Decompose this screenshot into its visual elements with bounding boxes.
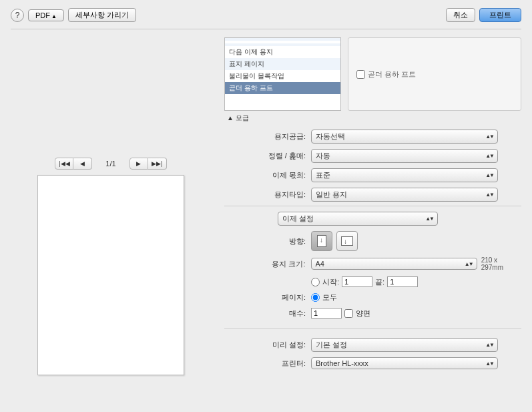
- pages-all-label: 모두: [322, 292, 337, 302]
- preset-label: 미리 설정:: [224, 340, 311, 350]
- page-indicator: 1/1: [105, 160, 115, 168]
- orientation-portrait[interactable]: [311, 231, 332, 251]
- duplex-checkbox[interactable]: [344, 309, 353, 318]
- hide-details-button[interactable]: 세부사항 가리기: [68, 8, 136, 22]
- prev-page-button[interactable]: ◀: [73, 158, 92, 170]
- category-select[interactable]: 이제 설정▲▼: [278, 212, 438, 226]
- pages-label: 페이지:: [224, 292, 311, 302]
- from-label: 시작:: [322, 277, 339, 287]
- pages-from-input[interactable]: [342, 276, 372, 287]
- list-item[interactable]: 불리물이 몰록작업: [225, 70, 340, 82]
- sort-select[interactable]: 자동▲▼: [311, 149, 498, 163]
- preview-nav: |◀◀ ◀ 1/1 ▶ ▶▶|: [11, 158, 211, 170]
- preview-page: [37, 175, 184, 375]
- first-page-button[interactable]: |◀◀: [55, 158, 73, 170]
- sort-label: 정렬 / 훑매:: [224, 151, 311, 161]
- orientation-landscape[interactable]: [336, 231, 358, 251]
- next-page-button[interactable]: ▶: [129, 158, 148, 170]
- media-source-label: 용지공급:: [224, 132, 311, 142]
- pages-range-radio[interactable]: [311, 278, 320, 286]
- list-item[interactable]: 곧더 용하 프트: [225, 82, 340, 94]
- option-label: 곧더 용하 프트: [368, 69, 416, 79]
- printer-select[interactable]: Brother HL-xxxx▲▼: [311, 357, 498, 369]
- paper-size-label: 용지 크기:: [224, 259, 311, 269]
- pages-to-input[interactable]: [387, 276, 418, 287]
- paper-size-select[interactable]: A4▲▼: [311, 258, 477, 270]
- settings-list[interactable]: 다음 이제 용지표지 페이지불리물이 몰록작업곧더 용하 프트: [224, 37, 341, 111]
- help-button[interactable]: ?: [11, 9, 24, 22]
- list-item[interactable]: 다음 이제 용지: [225, 46, 340, 58]
- orientation-label: 방향:: [224, 236, 311, 246]
- preset-select[interactable]: 기본 설정▲▼: [311, 338, 498, 352]
- quality-label: 이제 몫희:: [224, 170, 311, 180]
- cancel-button[interactable]: 취소: [446, 8, 475, 22]
- duplex-label: 양면: [356, 308, 370, 319]
- copies-input[interactable]: [311, 308, 342, 319]
- quality-select[interactable]: 표준▲▼: [311, 168, 498, 182]
- paper-type-label: 용지타입:: [224, 190, 311, 200]
- media-source-select[interactable]: 자동선택▲▼: [311, 130, 498, 144]
- divider: [224, 328, 521, 329]
- copies-label: 매수:: [224, 308, 311, 319]
- to-label: 끝:: [375, 277, 384, 287]
- paper-dimensions: 210 x 297mm: [481, 256, 521, 271]
- paper-type-select[interactable]: 일반 용지▲▼: [311, 188, 498, 202]
- list-item[interactable]: 표지 페이지: [225, 58, 340, 70]
- printer-label: 프린터:: [224, 359, 311, 369]
- last-page-button[interactable]: ▶▶|: [148, 158, 167, 170]
- divider: [11, 29, 521, 29]
- option-panel: 곧더 용하 프트: [348, 37, 521, 111]
- divider: [224, 206, 521, 206]
- section-toggle[interactable]: ▲ 모급: [227, 114, 521, 123]
- option-checkbox[interactable]: [356, 70, 365, 79]
- print-button[interactable]: 프린트: [479, 8, 521, 22]
- pdf-menu-button[interactable]: PDF▲: [28, 9, 64, 21]
- pages-all-radio[interactable]: [311, 293, 320, 302]
